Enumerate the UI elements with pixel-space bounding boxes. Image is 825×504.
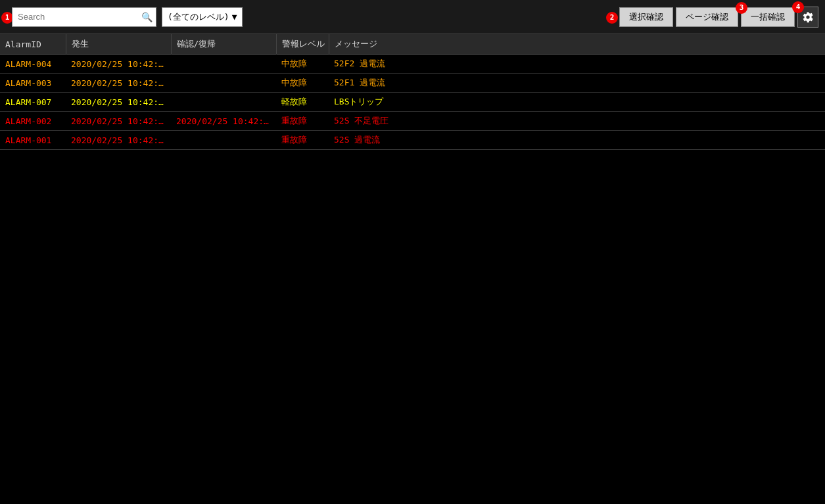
cell-alarmid: ALARM-004 [0, 55, 66, 74]
gear-icon [802, 11, 814, 23]
toolbar: 1 🔍 (全てのレベル) ▼ 2 選択確認 ページ確認 3 一括確認 4 [0, 0, 825, 34]
cell-alarmid: ALARM-003 [0, 74, 66, 93]
cell-hassei: 2020/02/25 10:42:47 [66, 131, 171, 150]
cell-level: 中故障 [276, 74, 329, 93]
col-header-kakunin: 確認/復帰 [171, 34, 276, 55]
bulk-confirm-button[interactable]: 一括確認 [741, 7, 795, 27]
toolbar-buttons: 選択確認 ページ確認 3 一括確認 4 [619, 7, 818, 28]
badge-4-container: 4 [797, 7, 818, 28]
badge-3: 3 一括確認 [741, 7, 795, 27]
cell-hassei: 2020/02/25 10:42:59 [66, 55, 171, 74]
cell-alarmid: ALARM-001 [0, 131, 66, 150]
col-header-alarmid: AlarmID [0, 34, 66, 55]
dropdown-arrow-icon: ▼ [232, 12, 237, 22]
table-header-row: AlarmID 発生 確認/復帰 警報レベル メッセージ [0, 34, 825, 55]
cell-hassei: 2020/02/25 10:42:48 [66, 93, 171, 112]
cell-message: 52S 過電流 [329, 131, 825, 150]
cell-message: 52F1 過電流 [329, 74, 825, 93]
table-row[interactable]: ALARM-007 2020/02/25 10:42:48 軽故障 LBSトリッ… [0, 93, 825, 112]
cell-kakunin [171, 93, 276, 112]
cell-level: 中故障 [276, 55, 329, 74]
cell-hassei: 2020/02/25 10:42:58 [66, 74, 171, 93]
col-header-level: 警報レベル [276, 34, 329, 55]
cell-hassei: 2020/02/25 10:42:47 [66, 112, 171, 131]
alarm-table: AlarmID 発生 確認/復帰 警報レベル メッセージ ALARM-004 2… [0, 34, 825, 150]
table-row[interactable]: ALARM-001 2020/02/25 10:42:47 重故障 52S 過電… [0, 131, 825, 150]
cell-kakunin [171, 74, 276, 93]
cell-alarmid: ALARM-007 [0, 93, 66, 112]
badge-2-number: 2 [606, 12, 618, 24]
page-confirm-button[interactable]: ページ確認 [676, 7, 738, 27]
col-header-hassei: 発生 [66, 34, 171, 55]
cell-level: 重故障 [276, 112, 329, 131]
table-row[interactable]: ALARM-003 2020/02/25 10:42:58 中故障 52F1 過… [0, 74, 825, 93]
alarm-table-container[interactable]: AlarmID 発生 確認/復帰 警報レベル メッセージ ALARM-004 2… [0, 34, 825, 504]
cell-level: 軽故障 [276, 93, 329, 112]
cell-message: 52F2 過電流 [329, 55, 825, 74]
table-row[interactable]: ALARM-004 2020/02/25 10:42:59 中故障 52F2 過… [0, 55, 825, 74]
level-filter-container[interactable]: (全てのレベル) ▼ [162, 7, 243, 27]
select-confirm-button[interactable]: 選択確認 [619, 7, 673, 27]
cell-level: 重故障 [276, 131, 329, 150]
table-row[interactable]: ALARM-002 2020/02/25 10:42:47 2020/02/25… [0, 112, 825, 131]
col-header-message: メッセージ [329, 34, 825, 55]
cell-kakunin: 2020/02/25 10:42:54 [171, 112, 276, 131]
badge-3-number: 3 [736, 2, 747, 14]
badge-4-number: 4 [792, 1, 804, 13]
cell-kakunin [171, 131, 276, 150]
search-container: 🔍 [12, 7, 156, 27]
cell-alarmid: ALARM-002 [0, 112, 66, 131]
level-filter-label: (全てのレベル) [168, 11, 229, 23]
search-input[interactable] [12, 7, 156, 27]
cell-kakunin [171, 55, 276, 74]
cell-message: 52S 不足電圧 [329, 112, 825, 131]
cell-message: LBSトリップ [329, 93, 825, 112]
